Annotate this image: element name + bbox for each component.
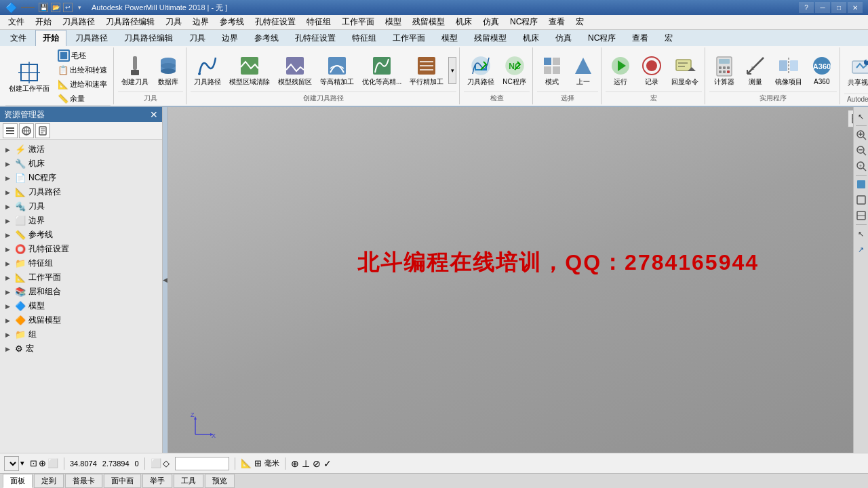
maximize-button[interactable]: □ [831,2,846,13]
tree-item-boundary[interactable]: ▶ ⬜ 边界 [0,214,162,228]
vp-select-btn[interactable]: ↖ [854,110,868,123]
tree-item-toolpath[interactable]: ▶ 📐 刀具路径 [0,185,162,199]
vp-cursor-btn[interactable]: ↖ [854,227,868,241]
tab-toolpath[interactable]: 刀具路径 [68,30,115,46]
tree-item-group[interactable]: ▶ 📁 组 [0,327,162,342]
btn-check-nc[interactable]: NC NC程序 [499,49,529,92]
tab-file[interactable]: 文件 [3,30,34,46]
menu-machine[interactable]: 机床 [450,15,477,29]
tree-item-model[interactable]: ▶ 🔷 模型 [0,299,162,313]
tree-item-layer[interactable]: ▶ 📚 层和组合 [0,285,162,299]
tree-item-feature[interactable]: ▶ 📁 特征组 [0,256,162,270]
btn-create-tool[interactable]: 创建刀具 [118,49,152,92]
minimize-button[interactable]: ─ [815,2,830,13]
btn-blank[interactable]: 毛坯 [54,49,111,62]
tab-hole[interactable]: 孔特征设置 [288,30,343,46]
tree-item-hole[interactable]: ▶ ⭕ 孔特征设置 [0,242,162,256]
menu-feature[interactable]: 特征组 [301,15,336,29]
status-draw-icon-1[interactable]: ⬜ [151,458,161,468]
quick-access-undo[interactable]: ↩ [63,3,73,12]
btn-tolerance[interactable]: 📏 余量 [54,92,111,105]
status-check-icon[interactable]: ✓ [323,458,332,469]
tree-item-workplane[interactable]: ▶ 📐 工作平面 [0,270,162,285]
btn-echo[interactable]: 回显命令 [668,49,702,92]
menu-file[interactable]: 文件 [3,15,30,29]
menu-start[interactable]: 开始 [30,15,57,29]
snap-icon-1[interactable]: ⊡ [30,458,37,468]
tab-model[interactable]: 模型 [434,30,465,46]
tab-machine[interactable]: 机床 [515,30,547,46]
menu-toolpath-edit[interactable]: 刀具路径编辑 [100,15,160,29]
viewport[interactable]: ↖ ± ↖ ↗ 北斗编程在线培训，QQ： [168,107,868,453]
vp-wire-btn[interactable] [854,193,868,207]
bottom-tab-goto[interactable]: 定到 [34,474,64,488]
menu-simulate[interactable]: 仿真 [477,15,505,29]
tab-feature[interactable]: 特征组 [344,30,384,46]
btn-contour-finish[interactable]: 等高精加工 [317,49,357,92]
menu-refline[interactable]: 参考线 [214,15,250,29]
vp-shade-btn[interactable] [854,178,868,191]
btn-measure[interactable]: L 测量 [741,49,770,92]
btn-optimize-contour[interactable]: 优化等高精... [359,49,405,92]
close-button[interactable]: ✕ [848,2,863,13]
sidebar-close-btn[interactable]: ✕ [150,109,158,120]
tab-simulate[interactable]: 仿真 [548,30,579,46]
status-draw-icon-2[interactable]: ◇ [163,458,170,468]
vp-wire2-btn[interactable] [854,209,868,222]
help-button[interactable]: ? [799,2,814,13]
tab-refline[interactable]: 参考线 [247,30,286,46]
menu-workplane[interactable]: 工作平面 [336,15,380,29]
tab-boundary[interactable]: 边界 [214,30,245,46]
bottom-tab-preview[interactable]: 预览 [205,474,235,488]
tree-item-macro[interactable]: ▶ ⚙ 宏 [0,342,162,356]
tree-item-machine[interactable]: ▶ 🔧 机床 [0,157,162,171]
status-perp-icon[interactable]: ⊥ [302,458,310,469]
tree-item-residual-model[interactable]: ▶ 🔶 残留模型 [0,313,162,327]
tree-item-refline[interactable]: ▶ 📏 参考线 [0,228,162,242]
btn-create-workplane[interactable]: 创建工作平面 [5,56,53,98]
tab-residual[interactable]: 残留模型 [467,30,514,46]
tab-workplane[interactable]: 工作平面 [385,30,433,46]
quick-access-open[interactable]: 📂 [51,3,60,12]
menu-macro[interactable]: 宏 [570,15,589,29]
btn-mirror[interactable]: 镜像项目 [772,49,806,92]
vp-zoom-in-btn[interactable] [854,128,868,142]
tab-start[interactable]: 开始 [35,30,66,46]
status-circle-icon[interactable]: ⊘ [313,458,321,469]
sidebar-tool-doc[interactable] [35,123,50,138]
vp-zoom-fit-btn[interactable]: ± [854,159,868,173]
btn-model-residual[interactable]: 模型残留区 [275,49,315,92]
menu-nc[interactable]: NC程序 [505,15,543,29]
btn-parallel-finish[interactable]: 平行精加工 [406,49,447,92]
sidebar-collapse-handle[interactable]: ◀ [163,107,168,453]
menu-model[interactable]: 模型 [380,15,407,29]
btn-mode[interactable]: 模式 [537,49,567,92]
bottom-tab-panel[interactable]: 面板 [3,474,33,488]
tab-macro[interactable]: 宏 [657,30,680,46]
btn-check-toolpath[interactable]: 刀具路径 [464,49,498,92]
vp-zoom-out-btn[interactable] [854,144,868,157]
tab-view[interactable]: 查看 [625,30,656,46]
menu-boundary[interactable]: 边界 [187,15,214,29]
menu-tool[interactable]: 刀具 [160,15,187,29]
tab-toolpath-edit[interactable]: 刀具路径编辑 [117,30,180,46]
quick-access-dropdown[interactable]: ▾ [75,3,83,12]
menu-residual[interactable]: 残留模型 [407,15,450,29]
btn-database[interactable]: 数据库 [153,49,183,92]
btn-allowance[interactable]: 📐 进给和速率 [54,77,111,91]
sidebar-tool-globe[interactable] [19,123,34,138]
tab-tool[interactable]: 刀具 [182,30,213,46]
btn-model-area[interactable]: 模型区域清除 [226,49,273,92]
menu-toolpath[interactable]: 刀具路径 [57,15,100,29]
status-crosshair-icon[interactable]: ⊕ [291,458,299,469]
btn-toolpath[interactable]: 刀具路径 [191,49,224,92]
sidebar-tool-list[interactable] [3,123,18,138]
tree-item-nc[interactable]: ▶ 📄 NC程序 [0,171,162,185]
menu-view[interactable]: 查看 [543,15,570,29]
btn-feed-rate[interactable]: 📋 出绘和转速 [54,63,111,77]
snap-icon-2[interactable]: ⊕ [39,458,46,468]
bottom-tab-card[interactable]: 普最卡 [65,474,102,488]
ribbon-expand-btn[interactable]: ▾ [448,57,456,84]
btn-prev[interactable]: 上一 [568,49,598,92]
btn-run[interactable]: 运行 [606,49,635,92]
